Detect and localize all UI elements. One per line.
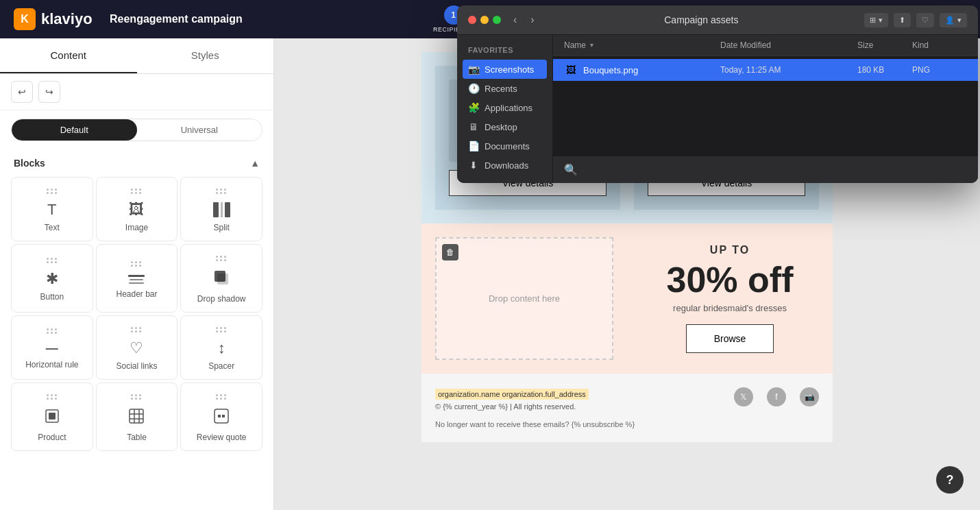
- applications-icon: 🧩: [468, 102, 479, 113]
- block-review-quote-label: Review quote: [197, 433, 247, 442]
- screenshots-label: Screenshots: [485, 64, 534, 75]
- block-image[interactable]: 🖼 Image: [96, 177, 178, 241]
- applications-label: Applications: [485, 103, 532, 113]
- sidebar-item-desktop[interactable]: 🖥 Desktop: [457, 117, 552, 136]
- promo-description: regular bridesmaid's dresses: [673, 303, 787, 313]
- block-table[interactable]: Table: [96, 382, 178, 451]
- drop-zone-label: Drop content here: [489, 293, 560, 304]
- panel-tabs: Content Styles: [0, 38, 273, 74]
- col-kind-header[interactable]: Kind: [912, 40, 967, 50]
- minimize-window-button[interactable]: [480, 16, 489, 24]
- close-window-button[interactable]: [468, 16, 476, 24]
- drop-zone[interactable]: 🗑 Drop content here: [435, 237, 613, 360]
- toolbar-row: ↩ ↪: [0, 74, 273, 110]
- footer-text: organization.name organization.full_addr…: [435, 387, 589, 411]
- desktop-label: Desktop: [485, 122, 517, 132]
- dialog-title: Campaign assets: [547, 14, 856, 25]
- twitter-icon[interactable]: 𝕏: [734, 387, 753, 406]
- facebook-icon[interactable]: f: [767, 387, 786, 406]
- file-icon-bouquets: 🖼: [564, 63, 578, 77]
- block-split[interactable]: Split: [180, 177, 262, 241]
- block-social-links[interactable]: ♡ Social links: [96, 315, 178, 380]
- button-block-icon: ✱: [46, 271, 58, 287]
- favorites-button[interactable]: ♡: [916, 13, 934, 27]
- tab-content[interactable]: Content: [0, 38, 137, 73]
- dialog-body: Favorites 📷 Screenshots 🕐 Recents 🧩 Appl…: [457, 35, 978, 183]
- sidebar-item-downloads[interactable]: ⬇ Downloads: [457, 156, 552, 175]
- maximize-window-button[interactable]: [493, 16, 501, 24]
- redo-button[interactable]: ↪: [38, 81, 60, 103]
- dialog-toolbar-right: ⊞ ▾ ⬆ ♡ 👤 ▾: [864, 13, 967, 27]
- email-footer: organization.name organization.full_addr…: [421, 374, 833, 442]
- desktop-icon: 🖥: [468, 121, 479, 132]
- svg-rect-9: [215, 409, 228, 423]
- block-review-quote[interactable]: Review quote: [180, 382, 262, 451]
- file-row-bouquets[interactable]: 🖼 Bouquets.png Today, 11:25 AM 180 KB PN…: [553, 59, 978, 81]
- screenshots-icon: 📷: [468, 64, 479, 75]
- dialog-footer: 🔍: [553, 156, 978, 183]
- blocks-chevron-icon[interactable]: ▲: [250, 158, 260, 169]
- col-name-header[interactable]: Name ▼: [564, 40, 720, 50]
- sidebar-item-documents[interactable]: 📄 Documents: [457, 136, 552, 156]
- file-dialog[interactable]: ‹ › Campaign assets ⊞ ▾ ⬆ ♡ 👤 ▾ Favorite…: [457, 5, 978, 183]
- image-block-icon: 🖼: [129, 202, 144, 217]
- svg-rect-4: [130, 409, 143, 423]
- recents-label: Recents: [485, 84, 517, 94]
- block-header-bar[interactable]: Header bar: [96, 244, 178, 313]
- documents-label: Documents: [485, 141, 530, 151]
- view-toggle: Default Universal: [11, 119, 262, 141]
- footer-address: organization.name organization.full_addr…: [435, 389, 589, 400]
- promo-percent: 30% off: [667, 262, 794, 298]
- sidebar-item-applications[interactable]: 🧩 Applications: [457, 98, 552, 117]
- block-social-links-label: Social links: [116, 361, 157, 371]
- grid-icon: ⊞: [870, 16, 876, 25]
- search-button[interactable]: 🔍: [564, 163, 578, 176]
- nav-back-button[interactable]: ‹: [509, 12, 521, 27]
- undo-button[interactable]: ↩: [11, 81, 33, 103]
- svg-rect-1: [217, 274, 228, 284]
- share-button[interactable]: ⬆: [894, 13, 911, 27]
- file-size-bouquets: 180 KB: [857, 65, 912, 75]
- help-button[interactable]: ?: [936, 466, 964, 494]
- drop-zone-delete[interactable]: 🗑: [442, 244, 458, 260]
- account-icon: 👤: [945, 16, 955, 25]
- col-size-header[interactable]: Size: [857, 40, 912, 50]
- footer-social: 𝕏 f 📷: [734, 387, 819, 406]
- instagram-icon[interactable]: 📷: [800, 387, 819, 406]
- col-date-header[interactable]: Date Modified: [720, 40, 857, 50]
- file-kind-bouquets: PNG: [912, 65, 967, 75]
- block-spacer[interactable]: ↕ Spacer: [180, 315, 262, 380]
- block-horizontal-rule-label: Horizontal rule: [25, 360, 78, 369]
- logo-icon: K: [14, 8, 36, 30]
- tab-styles[interactable]: Styles: [137, 38, 274, 73]
- social-links-block-icon: ♡: [130, 341, 143, 356]
- block-text[interactable]: T Text: [11, 177, 93, 241]
- sort-arrow-icon: ▼: [589, 42, 595, 49]
- browse-button[interactable]: Browse: [686, 324, 774, 353]
- dialog-sidebar: Favorites 📷 Screenshots 🕐 Recents 🧩 Appl…: [457, 35, 553, 183]
- sidebar-item-recents[interactable]: 🕐 Recents: [457, 79, 552, 98]
- block-split-label: Split: [213, 223, 229, 232]
- sidebar-item-screenshots[interactable]: 📷 Screenshots: [463, 60, 547, 79]
- view-options-button[interactable]: ⊞ ▾: [864, 13, 888, 27]
- drop-shadow-block-icon: [213, 269, 230, 289]
- spacer-block-icon: ↕: [218, 341, 225, 356]
- product-block-icon: [44, 408, 60, 427]
- downloads-label: Downloads: [485, 160, 528, 171]
- block-button[interactable]: ✱ Button: [11, 244, 93, 313]
- blocks-header: Blocks ▲: [0, 149, 273, 174]
- documents-icon: 📄: [468, 141, 479, 151]
- dialog-main: Name ▼ Date Modified Size Kind 🖼 Bouquet…: [553, 35, 978, 183]
- block-header-bar-label: Header bar: [116, 289, 157, 299]
- account-button[interactable]: 👤 ▾: [940, 13, 967, 27]
- view-default[interactable]: Default: [12, 119, 137, 141]
- block-product[interactable]: Product: [11, 382, 93, 451]
- promo-section: UP TO 30% off regular bridesmaid's dress…: [627, 223, 833, 374]
- nav-forward-button[interactable]: ›: [526, 12, 538, 27]
- block-horizontal-rule[interactable]: — Horizontal rule: [11, 315, 93, 380]
- logo-text: klaviyo: [41, 10, 93, 28]
- file-date-bouquets: Today, 11:25 AM: [720, 65, 857, 75]
- view-universal[interactable]: Universal: [137, 119, 262, 141]
- block-drop-shadow[interactable]: Drop shadow: [180, 244, 262, 313]
- dialog-titlebar: ‹ › Campaign assets ⊞ ▾ ⬆ ♡ 👤 ▾: [457, 5, 978, 35]
